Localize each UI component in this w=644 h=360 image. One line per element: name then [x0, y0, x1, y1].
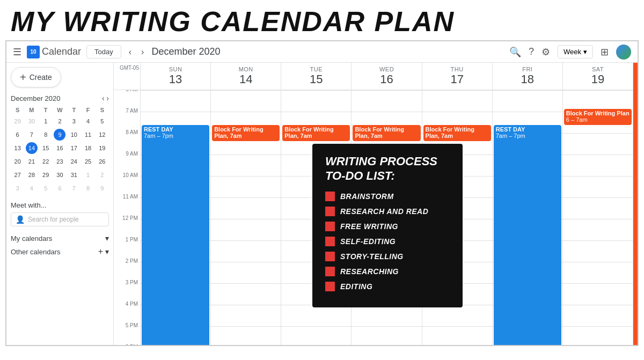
mini-cal-day[interactable]: 8	[40, 129, 52, 141]
mini-cal-day[interactable]: 4	[26, 182, 38, 194]
my-calendars-section[interactable]: My calendars ▾	[11, 234, 109, 243]
mini-cal-day[interactable]: 4	[82, 115, 94, 127]
mini-cal-day[interactable]: 22	[40, 156, 52, 167]
mini-cal-day[interactable]: 30	[54, 169, 65, 181]
mini-cal-day[interactable]: 19	[96, 142, 108, 154]
mini-cal-day[interactable]: 24	[68, 156, 80, 167]
mini-cal-day[interactable]: 15	[40, 142, 52, 154]
time-label: 12 PM	[122, 215, 138, 221]
checklist-item: BRAINSTORM	[325, 192, 450, 201]
time-label: 11 AM	[123, 194, 138, 200]
meet-with-label: Meet with...	[11, 201, 109, 209]
mini-cal-day[interactable]: 5	[96, 115, 108, 127]
mini-cal-day[interactable]: 6	[54, 182, 65, 194]
mini-cal-day[interactable]: 13	[12, 142, 24, 154]
my-calendars-chevron: ▾	[105, 234, 109, 243]
day-headers: GMT-05 SUN 13 MON 14 TUE 15 WED 16	[114, 63, 633, 90]
grid-icon[interactable]: ⊞	[601, 46, 609, 58]
mini-cal-day[interactable]: 21	[26, 156, 38, 167]
mini-cal-day[interactable]: 14	[26, 142, 38, 154]
mini-cal-day[interactable]: 1	[82, 169, 94, 181]
mini-cal-day[interactable]: 16	[54, 142, 65, 154]
checkbox-icon[interactable]	[325, 237, 335, 246]
menu-icon[interactable]: ☰	[13, 46, 21, 58]
week-view-button[interactable]: Week ▾	[558, 45, 593, 58]
mini-cal-day[interactable]: 3	[12, 182, 24, 194]
help-icon[interactable]: ?	[529, 46, 534, 57]
time-label: 5 PM	[126, 322, 138, 328]
day-header-mon: MON 14	[211, 63, 281, 90]
checklist-item: RESEARCH AND READ	[325, 207, 450, 216]
add-calendar-icon[interactable]: +	[98, 247, 103, 256]
checklist-item: RESEARCHING	[325, 267, 450, 276]
time-label: 9 AM	[126, 151, 138, 157]
mini-cal-day[interactable]: 2	[54, 115, 65, 127]
mini-cal-day[interactable]: 5	[40, 182, 52, 194]
checklist-item: EDITING	[325, 282, 450, 291]
mini-cal-day[interactable]: 28	[26, 169, 38, 181]
mini-cal-day[interactable]: 30	[26, 115, 38, 127]
time-label: 4 PM	[126, 301, 138, 307]
event-tue[interactable]: Block For Writing Plan, 7am	[282, 125, 350, 141]
mini-cal-next[interactable]: ›	[106, 94, 109, 102]
mini-cal-day[interactable]: 7	[26, 129, 38, 141]
topbar-right-icons: 🔍 ? ⚙ Week ▾ ⊞	[509, 45, 631, 60]
mini-cal-day[interactable]: 12	[96, 129, 108, 141]
mini-cal-prev[interactable]: ‹	[102, 94, 105, 102]
mini-cal-day[interactable]: 27	[12, 169, 24, 181]
time-label: 1 PM	[126, 237, 138, 243]
other-calendars-section[interactable]: Other calendars + ▾	[11, 247, 109, 256]
calendar-topbar: ☰ 10 Calendar Today ‹ › December 2020 🔍 …	[6, 41, 638, 63]
checkbox-icon[interactable]	[325, 192, 335, 201]
checkbox-icon[interactable]	[325, 282, 335, 291]
mini-cal-day[interactable]: 11	[82, 129, 94, 141]
next-nav-button[interactable]: ›	[139, 46, 146, 58]
event-thu[interactable]: Block For Writing Plan, 7am	[423, 125, 491, 141]
mini-cal-day[interactable]: 7	[68, 182, 80, 194]
mini-cal-day[interactable]: 8	[82, 182, 94, 194]
prev-nav-button[interactable]: ‹	[127, 46, 134, 58]
checkbox-icon[interactable]	[325, 252, 335, 261]
checklist: BRAINSTORM RESEARCH AND READ FREE WRITIN…	[325, 192, 450, 291]
avatar[interactable]	[616, 45, 631, 60]
mini-cal-day[interactable]: 26	[96, 156, 108, 167]
plus-icon: +	[20, 72, 26, 83]
mini-cal-day[interactable]: 3	[68, 115, 80, 127]
mini-cal-day[interactable]: 29	[40, 169, 52, 181]
event-sat[interactable]: Block For Writing Plan6 – 7am	[564, 109, 632, 125]
mini-cal-day[interactable]: 17	[68, 142, 80, 154]
mini-cal-day[interactable]: 2	[96, 169, 108, 181]
checkbox-icon[interactable]	[325, 267, 335, 276]
event-mon[interactable]: Block For Writing Plan, 7am	[212, 125, 280, 141]
people-search[interactable]: 👤 Search for people	[11, 212, 109, 226]
event-sun[interactable]: REST DAY7am – 7pm	[142, 125, 209, 345]
search-icon[interactable]: 🔍	[509, 46, 521, 58]
event-wed[interactable]: Block For Writing Plan, 7am	[353, 125, 420, 141]
create-button[interactable]: + Create	[11, 67, 61, 87]
event-fri[interactable]: REST DAY7am – 7pm	[494, 125, 561, 345]
chevron-down-icon: ▾	[583, 48, 587, 56]
mini-cal-day[interactable]: 1	[40, 115, 52, 127]
mini-cal-day[interactable]: 9	[96, 182, 108, 194]
settings-icon[interactable]: ⚙	[541, 46, 550, 58]
checkbox-icon[interactable]	[325, 222, 335, 231]
checkbox-icon[interactable]	[325, 207, 335, 216]
mini-cal-day[interactable]: 18	[82, 142, 94, 154]
mini-cal-day[interactable]: 31	[68, 169, 80, 181]
mini-cal-day[interactable]: 20	[12, 156, 24, 167]
mini-cal-day[interactable]: 25	[82, 156, 94, 167]
checklist-text: STORY-TELLING	[340, 252, 404, 261]
day-col-mon: Block For Writing Plan, 7am	[211, 90, 281, 345]
mini-cal-day[interactable]: 23	[54, 156, 65, 167]
mini-cal-day[interactable]: 10	[68, 129, 80, 141]
calendar-wrapper: ☰ 10 Calendar Today ‹ › December 2020 🔍 …	[5, 40, 639, 346]
time-label: 3 PM	[126, 280, 138, 285]
today-button[interactable]: Today	[86, 45, 121, 58]
mini-cal-day[interactable]: 6	[12, 129, 24, 141]
time-label: 6 PM	[126, 344, 138, 345]
mini-cal-day[interactable]: 9	[54, 129, 65, 141]
time-label: 7 AM	[126, 108, 138, 114]
mini-cal-day[interactable]: 29	[12, 115, 24, 127]
checklist-item: STORY-TELLING	[325, 252, 450, 261]
day-header-thu: THU 17	[422, 63, 493, 90]
